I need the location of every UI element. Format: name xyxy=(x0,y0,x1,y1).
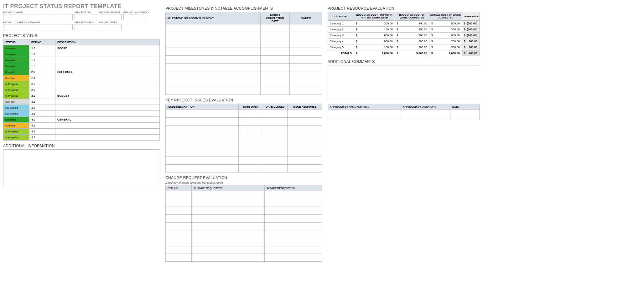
desc-cell[interactable]: GENERAL xyxy=(55,117,160,123)
desc-cell[interactable] xyxy=(55,87,160,93)
table-cell[interactable] xyxy=(288,149,322,157)
resource-ac[interactable]: $700.00 xyxy=(429,39,462,44)
additional-info-box[interactable] xyxy=(3,149,160,188)
desc-cell[interactable] xyxy=(55,75,160,81)
desc-cell[interactable]: SCHEDULE xyxy=(55,69,160,75)
resource-ac[interactable]: $300.00 xyxy=(429,27,462,33)
status-cell[interactable]: In Progress xyxy=(3,81,29,87)
resource-bc[interactable]: $400.00 xyxy=(395,21,429,27)
ref-cell[interactable]: 4.2 xyxy=(29,129,55,135)
table-cell[interactable] xyxy=(166,165,239,172)
table-cell[interactable] xyxy=(261,24,290,32)
date-prepared-input[interactable] xyxy=(99,14,122,20)
table-cell[interactable] xyxy=(263,126,288,133)
table-cell[interactable] xyxy=(166,215,192,223)
desc-cell[interactable]: SCOPE xyxy=(55,45,160,51)
desc-cell[interactable] xyxy=(55,111,160,117)
resource-bnc[interactable]: $100.00 xyxy=(354,27,395,33)
table-cell[interactable] xyxy=(288,118,322,126)
ref-cell[interactable]: 2.3 xyxy=(29,87,55,93)
table-cell[interactable] xyxy=(166,254,192,262)
project-name-input[interactable] xyxy=(3,14,73,20)
table-cell[interactable] xyxy=(290,79,322,87)
table-cell[interactable] xyxy=(265,246,322,254)
table-cell[interactable] xyxy=(192,254,265,262)
approval-date-input[interactable] xyxy=(450,110,480,120)
desc-cell[interactable] xyxy=(55,57,160,63)
table-cell[interactable] xyxy=(288,165,322,172)
status-cell[interactable]: Complete xyxy=(3,45,29,51)
table-cell[interactable] xyxy=(166,79,261,87)
table-cell[interactable] xyxy=(265,207,322,215)
table-cell[interactable] xyxy=(192,207,265,215)
desc-cell[interactable] xyxy=(55,51,160,57)
table-cell[interactable] xyxy=(239,157,263,165)
resource-diff[interactable]: $(100.00) xyxy=(462,27,479,33)
table-cell[interactable] xyxy=(261,40,290,48)
resource-ac[interactable]: $800.00 xyxy=(429,33,462,39)
ref-cell[interactable]: 4.0 xyxy=(29,117,55,123)
table-cell[interactable] xyxy=(290,32,322,40)
project-start-input[interactable] xyxy=(75,24,97,30)
table-cell[interactable] xyxy=(192,191,265,199)
status-cell[interactable]: Complete xyxy=(3,63,29,69)
table-cell[interactable] xyxy=(239,110,263,118)
table-cell[interactable] xyxy=(166,56,261,64)
table-cell[interactable] xyxy=(166,191,192,199)
table-cell[interactable] xyxy=(239,141,263,149)
table-cell[interactable] xyxy=(261,48,290,56)
resource-ac[interactable]: $300.00 xyxy=(429,44,462,50)
table-cell[interactable] xyxy=(290,71,322,79)
table-cell[interactable] xyxy=(166,118,239,126)
resource-category[interactable]: Category 5 xyxy=(328,44,354,50)
comments-box[interactable] xyxy=(328,65,480,100)
table-cell[interactable] xyxy=(288,126,322,133)
table-cell[interactable] xyxy=(265,215,322,223)
table-cell[interactable] xyxy=(192,215,265,223)
resource-bc[interactable]: $800.00 xyxy=(395,39,429,44)
table-cell[interactable] xyxy=(166,71,261,79)
table-cell[interactable] xyxy=(288,157,322,165)
table-cell[interactable] xyxy=(265,230,322,238)
table-cell[interactable] xyxy=(288,110,322,118)
ref-cell[interactable]: 1.1 xyxy=(29,51,55,57)
status-cell[interactable]: Complete xyxy=(3,57,29,63)
table-cell[interactable] xyxy=(166,87,261,95)
desc-cell[interactable] xyxy=(55,123,160,129)
table-cell[interactable] xyxy=(239,118,263,126)
desc-cell[interactable] xyxy=(55,129,160,135)
table-cell[interactable] xyxy=(261,64,290,71)
table-cell[interactable] xyxy=(290,24,322,32)
status-cell[interactable]: Overdue xyxy=(3,75,29,81)
table-cell[interactable] xyxy=(290,64,322,71)
table-cell[interactable] xyxy=(261,56,290,64)
resource-bnc[interactable]: $100.00 xyxy=(354,44,395,50)
status-cell[interactable]: On Hold xyxy=(3,99,29,105)
project-end-input[interactable] xyxy=(99,24,122,30)
approval-signature-input[interactable] xyxy=(401,110,450,120)
table-cell[interactable] xyxy=(265,191,322,199)
table-cell[interactable] xyxy=(166,207,192,215)
table-cell[interactable] xyxy=(263,118,288,126)
resource-category[interactable]: Category 4 xyxy=(328,39,354,44)
ref-cell[interactable]: 2.0 xyxy=(29,69,55,75)
table-cell[interactable] xyxy=(290,40,322,48)
table-cell[interactable] xyxy=(166,149,239,157)
resource-bnc[interactable]: $600.00 xyxy=(354,33,395,39)
table-cell[interactable] xyxy=(263,157,288,165)
ref-cell[interactable]: 1.3 xyxy=(29,63,55,69)
table-cell[interactable] xyxy=(166,110,239,118)
table-cell[interactable] xyxy=(261,71,290,79)
table-cell[interactable] xyxy=(166,246,192,254)
resource-category[interactable]: Category 2 xyxy=(328,27,354,33)
status-cell[interactable]: In Progress xyxy=(3,87,29,93)
resource-diff[interactable]: $(100.00) xyxy=(462,33,479,39)
ref-cell[interactable]: 3.3 xyxy=(29,111,55,117)
table-cell[interactable] xyxy=(290,56,322,64)
table-cell[interactable] xyxy=(192,223,265,230)
table-cell[interactable] xyxy=(166,223,192,230)
table-cell[interactable] xyxy=(166,126,239,133)
table-cell[interactable] xyxy=(166,238,192,246)
resource-category[interactable]: Category 3 xyxy=(328,33,354,39)
table-cell[interactable] xyxy=(239,165,263,172)
